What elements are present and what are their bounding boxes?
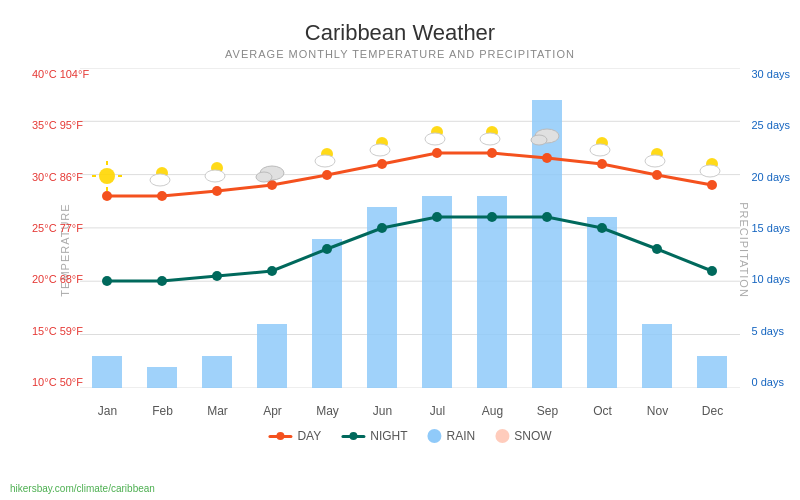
legend-rain: RAIN [428,429,476,443]
x-label-apr: Apr [245,404,300,418]
y-right-20: 20 days [751,171,790,183]
y-left-25: 25°C 77°F [32,222,89,234]
svg-point-59 [425,133,445,145]
svg-point-39 [542,212,552,222]
y-left-40: 40°C 104°F [32,68,89,80]
x-label-sep: Sep [520,404,575,418]
svg-point-63 [531,135,547,145]
legend-rain-label: RAIN [447,429,476,443]
y-right-0: 0 days [751,376,790,388]
x-label-aug: Aug [465,404,520,418]
legend-night: NIGHT [341,429,407,443]
svg-point-67 [645,155,665,167]
chart-title: Caribbean Weather [0,20,800,46]
svg-point-42 [707,266,717,276]
x-label-jul: Jul [410,404,465,418]
y-axis-right-labels: 30 days 25 days 20 days 15 days 10 days … [751,68,790,388]
legend-night-line [341,435,365,438]
x-axis: Jan Feb Mar Apr May Jun Jul Aug Sep Oct … [80,404,740,418]
svg-point-53 [256,172,272,182]
svg-point-55 [315,155,335,167]
chart-subtitle: AVERAGE MONTHLY TEMPERATURE AND PRECIPIT… [0,48,800,60]
x-label-jun: Jun [355,404,410,418]
y-right-10: 10 days [751,273,790,285]
svg-point-20 [157,191,167,201]
svg-point-28 [597,159,607,169]
svg-point-29 [652,170,662,180]
y-axis-left-labels: 40°C 104°F 35°C 95°F 30°C 86°F 25°C 77°F… [32,68,89,388]
chart-area: Jan Feb Mar Apr May Jun Jul Aug Sep Oct … [80,68,740,388]
x-label-feb: Feb [135,404,190,418]
legend-night-dot [349,432,357,440]
svg-point-61 [480,133,500,145]
svg-point-69 [700,165,720,177]
legend-day-dot [276,432,284,440]
y-right-5: 5 days [751,325,790,337]
x-label-mar: Mar [190,404,245,418]
footer-url: hikersbay.com/climate/caribbean [10,483,155,494]
svg-point-26 [487,148,497,158]
legend-night-label: NIGHT [370,429,407,443]
y-left-10: 10°C 50°F [32,376,89,388]
x-label-dec: Dec [685,404,740,418]
svg-point-27 [542,153,552,163]
y-left-15: 15°C 59°F [32,325,89,337]
svg-point-41 [652,244,662,254]
y-right-15: 15 days [751,222,790,234]
svg-point-37 [432,212,442,222]
svg-point-35 [322,244,332,254]
legend-rain-dot [428,429,442,443]
legend: DAY NIGHT RAIN SNOW [268,429,551,443]
y-left-35: 35°C 95°F [32,119,89,131]
svg-point-31 [102,276,112,286]
y-left-20: 20°C 68°F [32,273,89,285]
x-label-jan: Jan [80,404,135,418]
legend-day: DAY [268,429,321,443]
svg-point-30 [707,180,717,190]
svg-point-57 [370,144,390,156]
svg-point-36 [377,223,387,233]
chart-container: Caribbean Weather AVERAGE MONTHLY TEMPER… [0,0,800,500]
svg-point-38 [487,212,497,222]
y-left-30: 30°C 86°F [32,171,89,183]
svg-point-32 [157,276,167,286]
legend-day-label: DAY [297,429,321,443]
legend-snow-dot [495,429,509,443]
svg-point-49 [150,174,170,186]
svg-point-51 [205,170,225,182]
legend-snow-label: SNOW [514,429,551,443]
x-label-nov: Nov [630,404,685,418]
svg-point-33 [212,271,222,281]
lines-svg [80,68,740,388]
svg-point-21 [212,186,222,196]
legend-snow: SNOW [495,429,551,443]
svg-point-23 [322,170,332,180]
x-label-oct: Oct [575,404,630,418]
svg-point-43 [99,168,115,184]
svg-point-19 [102,191,112,201]
svg-point-65 [590,144,610,156]
legend-day-line [268,435,292,438]
svg-point-24 [377,159,387,169]
x-label-may: May [300,404,355,418]
svg-point-40 [597,223,607,233]
svg-point-34 [267,266,277,276]
y-right-30: 30 days [751,68,790,80]
y-right-25: 25 days [751,119,790,131]
svg-point-25 [432,148,442,158]
